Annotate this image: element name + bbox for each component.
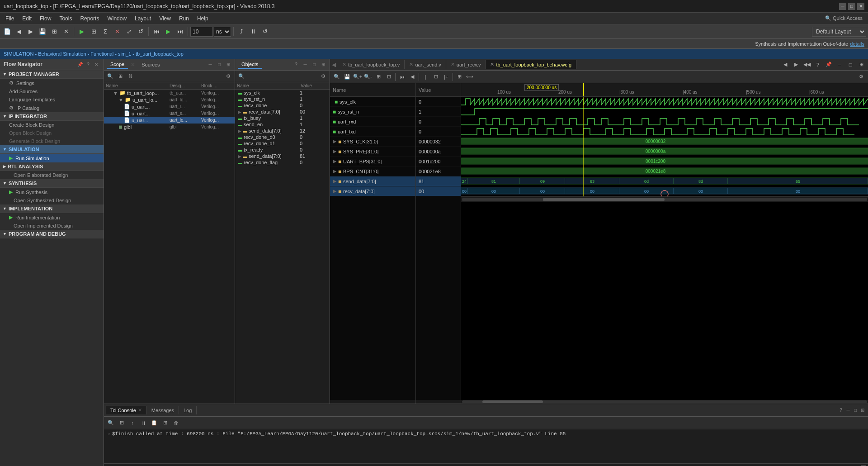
wave-help[interactable]: ? [813, 60, 823, 70]
wave-name-row[interactable]: ▶ ◼ SYS_PRE[31:0] [330, 147, 415, 157]
console-trash[interactable]: 🗑 [171, 418, 181, 428]
objects-float[interactable]: ⊞ [320, 61, 327, 68]
nav-section-synth-header[interactable]: ▼ SYNTHESIS [0, 179, 104, 188]
wave-bottom-scroll[interactable] [330, 400, 868, 404]
wave-tab-3[interactable]: ✕ uart_recv.v [446, 60, 486, 69]
scope-search[interactable]: 🔍 [106, 72, 115, 81]
objects-settings[interactable]: ⚙ [319, 72, 328, 81]
expand-icon[interactable]: ▶ [333, 178, 336, 184]
nav-settings[interactable]: ⚙ Settings [0, 79, 104, 87]
obj-row[interactable]: ▬recv_done_d0 0 [235, 134, 330, 140]
obj-row[interactable]: ▬recv_done 0 [235, 102, 330, 109]
console-maximize[interactable]: □ [852, 407, 859, 414]
obj-row[interactable]: ▬recv_done_d1 0 [235, 140, 330, 147]
wave-zoom-out[interactable]: 🔍- [363, 72, 373, 82]
expand-icon[interactable]: ▶ [333, 158, 336, 164]
obj-row[interactable]: ▬tx_ready 0 [235, 147, 330, 153]
console-pause[interactable]: ⏸ [138, 418, 148, 428]
nav-create-block[interactable]: Create Block Design [0, 121, 104, 129]
save-button[interactable]: 💾 [37, 26, 48, 37]
sim-unit-select[interactable]: ns us ms [214, 27, 231, 37]
console-tab-log[interactable]: Log [179, 406, 197, 414]
obj-row[interactable]: ▬send_en 1 [235, 121, 330, 128]
wave-tab-4[interactable]: ✕ tb_uart_loopback_top_behav.wcfg [486, 60, 576, 69]
nav-section-rtl-header[interactable]: ▶ RTL ANALYSIS [0, 162, 104, 171]
maximize-button[interactable]: □ [848, 3, 855, 10]
tree-row[interactable]: ▼ 📁 tb_uart_loop... tb_uar... Verilog... [104, 90, 235, 96]
nav-ip-catalog[interactable]: ⚙ IP Catalog [0, 104, 104, 112]
nav-open-elab[interactable]: Open Elaborated Design [0, 171, 104, 179]
objects-search[interactable]: 🔍 [237, 72, 246, 81]
console-tcl-close[interactable]: ✕ [138, 407, 142, 413]
tree-row[interactable]: 📄 u_uart... uart_r... Verilog... [104, 103, 235, 110]
sim-step-button[interactable]: ⏭ [175, 26, 185, 37]
expand-icon[interactable]: ▶ [333, 188, 336, 194]
wave-save[interactable]: 💾 [342, 72, 352, 82]
wave-signals-panel[interactable]: 200.000000 us 100 us 200 us |300 us |400… [461, 83, 868, 400]
wave-pin[interactable]: 📌 [824, 60, 834, 70]
menu-edit[interactable]: Edit [19, 14, 35, 23]
layout-select[interactable]: Default Layout [812, 27, 866, 37]
nav-run-impl[interactable]: ▶ Run Implementation [0, 213, 104, 222]
nav-open-impl[interactable]: Open Implemented Design [0, 222, 104, 230]
forward-button[interactable]: ▶ [25, 26, 36, 37]
menu-run[interactable]: Run [175, 14, 193, 23]
obj-row[interactable]: ▶▬send_data[7:0] 12 [235, 128, 330, 134]
scope-minimize[interactable]: ─ [207, 61, 214, 68]
wave-search[interactable]: 🔍 [332, 72, 342, 82]
close-button[interactable]: ✕ [857, 3, 864, 10]
wave-begin[interactable]: ⏮ [397, 72, 407, 82]
wave-settings[interactable]: ⚙ [856, 72, 866, 82]
wave-zoom-sel[interactable]: ⊡ [384, 72, 394, 82]
menu-flow[interactable]: Flow [36, 14, 55, 23]
wave-hscrollbar[interactable] [461, 196, 868, 202]
console-copy[interactable]: 📋 [149, 418, 159, 428]
objects-help[interactable]: ? [292, 61, 300, 68]
wave-name-row[interactable]: ◼ uart_rxd [330, 117, 415, 127]
console-filter[interactable]: ⊞ [117, 418, 127, 428]
wave-name-row[interactable]: ▶ ◼ BPS_CNT[31:0] [330, 166, 415, 176]
tree-row[interactable]: ◼ glbl glbl Verilog... [104, 124, 235, 130]
close-icon[interactable]: ✕ [451, 62, 455, 67]
expand-icon[interactable]: ▶ [333, 168, 336, 174]
nav-section-sim-header[interactable]: ▼ SIMULATION [0, 145, 104, 154]
scope-sort[interactable]: ⇅ [126, 72, 135, 81]
wave-zoom-fit[interactable]: ⊞ [373, 72, 383, 82]
flow-nav-close[interactable]: ✕ [93, 61, 100, 68]
console-sort-up[interactable]: ↑ [127, 418, 137, 428]
menu-window[interactable]: Window [104, 14, 130, 23]
synth-details-link[interactable]: details [850, 41, 864, 47]
refresh-button[interactable]: ↺ [135, 26, 146, 37]
wave-scroll-left[interactable]: ◀◀ [802, 60, 812, 70]
console-grid[interactable]: ⊞ [160, 418, 170, 428]
expand-icon[interactable]: ▶ [333, 138, 336, 144]
wave-name-row[interactable]: ▶ ◼ UART_BPS[31:0] [330, 157, 415, 166]
console-help[interactable]: ? [837, 407, 844, 414]
menu-tools[interactable]: Tools [56, 14, 75, 23]
scope-maximize[interactable]: □ [216, 61, 223, 68]
wave-name-row[interactable]: ▶ ◼ SYS_CLK[31:0] [330, 137, 415, 147]
wave-float[interactable]: ⊞ [856, 60, 866, 70]
obj-row[interactable]: ▬sys_clk 1 [235, 90, 330, 96]
expand-icon[interactable]: ▶ [333, 148, 336, 154]
wave-split[interactable]: ⟺ [465, 72, 475, 82]
nav-run-synth[interactable]: ▶ Run Synthesis [0, 188, 104, 196]
nav-gen-block[interactable]: Generate Block Design [0, 137, 104, 145]
tree-row[interactable]: ▼ 📁 u_uart_lo... uart_lo... Verilog... [104, 96, 235, 103]
wave-nav-left[interactable]: ◀ [330, 62, 338, 68]
wave-name-row[interactable]: ◼ uart_txd [330, 127, 415, 137]
wave-minimize[interactable]: ─ [835, 60, 844, 70]
wave-cursor-mode[interactable]: | [420, 72, 430, 82]
wave-nav-prev[interactable]: ◀ [780, 60, 790, 70]
wave-add-marker[interactable]: ⊞ [454, 72, 464, 82]
console-minimize[interactable]: ─ [844, 407, 852, 414]
tree-row-selected[interactable]: 📄 u_uar... uart_lo... Verilog... [104, 117, 235, 124]
synth-button[interactable]: Σ [100, 26, 111, 37]
minimize-button[interactable]: ─ [839, 3, 846, 10]
save-all-button[interactable]: ⊞ [49, 26, 60, 37]
console-search[interactable]: 🔍 [106, 418, 116, 428]
objects-maximize[interactable]: □ [311, 61, 318, 68]
pause-button[interactable]: ⏸ [248, 26, 259, 37]
run-button[interactable]: ▶ [76, 26, 87, 37]
wave-name-row-selected[interactable]: ▶ ◼ send_data[7:0] [330, 176, 415, 186]
